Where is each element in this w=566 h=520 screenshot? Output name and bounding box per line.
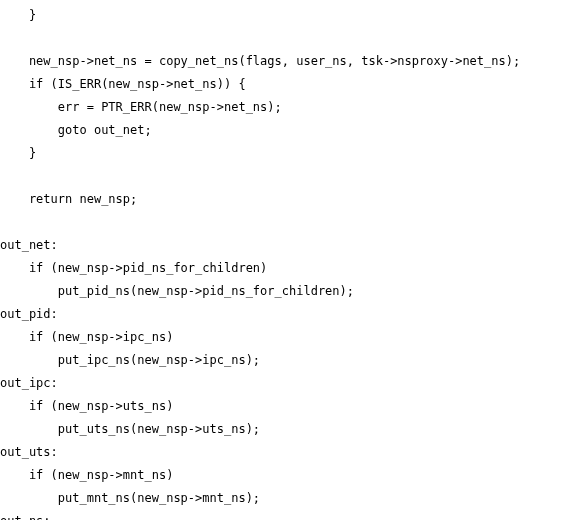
code-block: } new_nsp->net_ns = copy_net_ns(flags, u…: [0, 0, 566, 520]
code-content: } new_nsp->net_ns = copy_net_ns(flags, u…: [0, 8, 520, 520]
